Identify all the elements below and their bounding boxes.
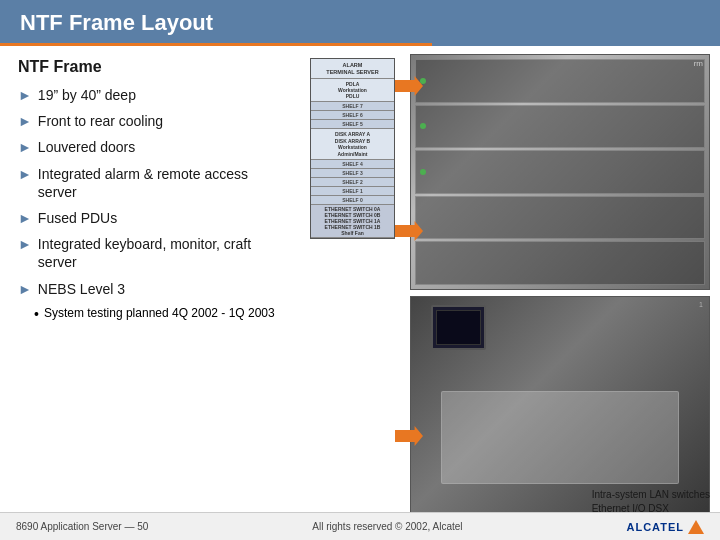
bullet-text: 19” by 40” deep (38, 86, 136, 104)
shelf-2-label: SHELF 2 (311, 178, 394, 187)
keyboard (441, 391, 679, 485)
bullet-text: Louvered doors (38, 138, 135, 156)
bottom-bar: 8690 Application Server — 50 All rights … (0, 512, 720, 540)
section-title: NTF Frame (18, 58, 282, 76)
shelf-alarm-label: ALARM (343, 62, 363, 69)
shelf-alarm: ALARM TERMINAL SERVER (311, 59, 394, 79)
shelf-6-label: SHELF 6 (311, 111, 394, 120)
list-item: ► 19” by 40” deep (18, 86, 282, 104)
bullet-arrow: ► (18, 87, 32, 103)
list-item: ► Integrated alarm & remote access serve… (18, 165, 282, 201)
shelf-0-label: SHELF 0 (311, 196, 394, 205)
bottom-left-text: 8690 Application Server — 50 (16, 521, 148, 532)
arrow-bot (395, 426, 423, 446)
bullet-list: ► 19” by 40” deep ► Front to rear coolin… (18, 86, 282, 298)
status-indicator (420, 123, 426, 129)
bottom-center-text: All rights reserved © 2002, Alcatel (312, 521, 462, 532)
alcatel-logo: ALCATEL (626, 520, 704, 534)
shelf-ethernet: ETHERNET SWITCH 0A ETHERNET SWITCH 0B ET… (311, 205, 394, 238)
list-item: ► Louvered doors (18, 138, 282, 156)
main-content: NTF Frame ► 19” by 40” deep ► Front to r… (0, 46, 720, 540)
bullet-arrow: ► (18, 166, 32, 182)
shelf-disk-array: DISK ARRAY A DISK ARRAY B Workstation Ad… (311, 129, 394, 160)
photo-label-top: rm (694, 59, 703, 68)
equipment-row (415, 150, 705, 194)
equipment-row (415, 59, 705, 103)
left-panel: NTF Frame ► 19” by 40” deep ► Front to r… (0, 46, 300, 540)
bullet-arrow: ► (18, 236, 32, 252)
header: NTF Frame Layout (0, 0, 720, 46)
list-item: • System testing planned 4Q 2002 - 1Q 20… (34, 306, 282, 322)
bullet-arrow: ► (18, 139, 32, 155)
arrow-mid (395, 221, 423, 241)
sub-bullet-text: System testing planned 4Q 2002 - 1Q 2003 (44, 306, 275, 320)
bullet-text: NEBS Level 3 (38, 280, 125, 298)
photo-top: rm (410, 54, 710, 290)
pdlu-label: PDLU (346, 93, 360, 99)
bullet-text: Integrated alarm & remote access server (38, 165, 282, 201)
shelf-1-label: SHELF 1 (311, 187, 394, 196)
shelf-terminal-label: TERMINAL SERVER (326, 69, 378, 76)
frame-diagram: ALARM TERMINAL SERVER PDLA Workstation P… (310, 58, 395, 239)
status-indicator (420, 169, 426, 175)
list-item: ► Integrated keyboard, monitor, craft se… (18, 235, 282, 271)
bullet-arrow: ► (18, 281, 32, 297)
equipment-row (415, 105, 705, 149)
sub-bullet-list: • System testing planned 4Q 2002 - 1Q 20… (34, 306, 282, 322)
shelf-7-label: SHELF 7 (311, 102, 394, 111)
screen (436, 310, 481, 345)
equipment-display (411, 55, 709, 289)
bullet-arrow: ► (18, 113, 32, 129)
bullet-text: Fused PDUs (38, 209, 117, 227)
admin-label: Admin/Maint (338, 151, 368, 158)
photo-number: 1 (699, 301, 703, 308)
middle-panel: ALARM TERMINAL SERVER PDLA Workstation P… (300, 46, 405, 540)
monitor-display (431, 305, 486, 350)
list-item: ► Fused PDUs (18, 209, 282, 227)
list-item: ► Front to rear cooling (18, 112, 282, 130)
list-item: ► NEBS Level 3 (18, 280, 282, 298)
page-title: NTF Frame Layout (20, 10, 213, 36)
shelf-4-label: SHELF 4 (311, 160, 394, 169)
shelf-3-label: SHELF 3 (311, 169, 394, 178)
bullet-text: Front to rear cooling (38, 112, 163, 130)
intra-line1: Intra-system LAN switches (592, 488, 710, 502)
alcatel-triangle-icon (688, 520, 704, 534)
equipment-row (415, 196, 705, 240)
equipment-row (415, 241, 705, 285)
shelf-disk: PDLA Workstation PDLU (311, 79, 394, 102)
alcatel-text: ALCATEL (626, 521, 684, 533)
bullet-text: Integrated keyboard, monitor, craft serv… (38, 235, 282, 271)
dot-icon: • (34, 306, 39, 322)
bullet-arrow: ► (18, 210, 32, 226)
arrow-top (395, 76, 423, 96)
shelf-fan: Shelf Fan (341, 230, 364, 236)
shelf-5-label: SHELF 5 (311, 120, 394, 129)
right-panel: rm Se 1 Intra-system LAN switches Ethern… (405, 46, 720, 540)
